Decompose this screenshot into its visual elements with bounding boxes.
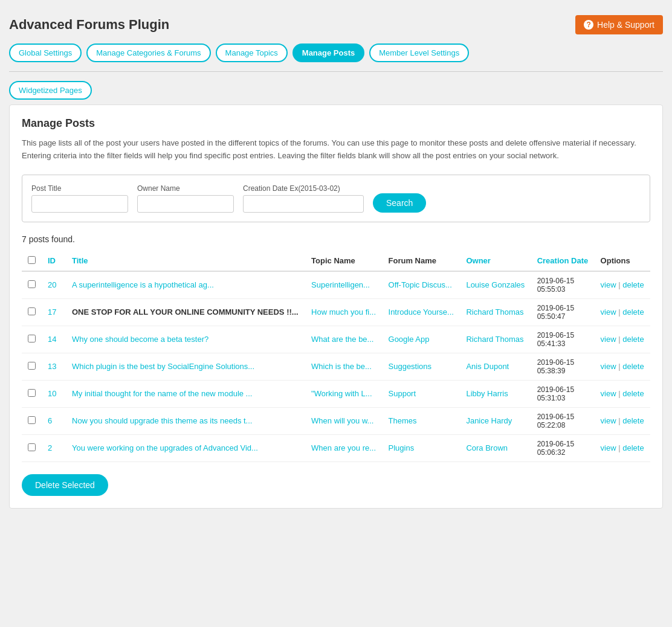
row-checkbox[interactable] bbox=[28, 443, 36, 451]
content-box: Manage Posts This page lists all of the … bbox=[9, 104, 663, 509]
topic-link[interactable]: Superintelligen... bbox=[311, 280, 370, 289]
title-link[interactable]: ONE STOP FOR ALL YOUR ONLINE COMMUNITY N… bbox=[72, 307, 299, 317]
view-link[interactable]: view bbox=[601, 307, 616, 317]
section-description: This page lists all of the post your use… bbox=[22, 137, 650, 162]
owner-link[interactable]: Louise Gonzales bbox=[466, 280, 525, 289]
view-link[interactable]: view bbox=[601, 389, 616, 398]
forum-link[interactable]: Google App bbox=[389, 335, 430, 344]
cell-topic: Which is the be... bbox=[305, 353, 382, 380]
results-count: 7 posts found. bbox=[22, 234, 650, 244]
col-topic: Topic Name bbox=[305, 251, 382, 271]
forum-link[interactable]: Introduce Yourse... bbox=[389, 307, 454, 317]
cell-options: view | delete bbox=[595, 326, 650, 353]
tab-manage-topics[interactable]: Manage Topics bbox=[216, 43, 288, 62]
cell-topic: "Working with L... bbox=[305, 380, 382, 407]
cell-options: view | delete bbox=[595, 298, 650, 326]
owner-link[interactable]: Richard Thomas bbox=[466, 335, 523, 344]
cell-options: view | delete bbox=[595, 380, 650, 407]
row-checkbox[interactable] bbox=[28, 389, 36, 397]
topic-link[interactable]: How much you fi... bbox=[311, 307, 376, 317]
view-link[interactable]: view bbox=[601, 443, 616, 452]
cell-owner: Libby Harris bbox=[460, 380, 531, 407]
options-separator: | bbox=[616, 335, 623, 344]
title-link[interactable]: Now you should upgrade this theme as its… bbox=[72, 416, 252, 425]
view-link[interactable]: view bbox=[601, 335, 616, 344]
table-row: 6Now you should upgrade this theme as it… bbox=[22, 407, 650, 434]
cell-owner: Richard Thomas bbox=[460, 298, 531, 326]
row-checkbox[interactable] bbox=[28, 280, 36, 288]
select-all-checkbox[interactable] bbox=[28, 256, 36, 264]
delete-link[interactable]: delete bbox=[622, 443, 644, 452]
cell-id: 10 bbox=[42, 380, 66, 407]
view-link[interactable]: view bbox=[601, 362, 616, 371]
cell-forum: Google App bbox=[383, 326, 460, 353]
creation-date-input[interactable] bbox=[243, 195, 364, 213]
tab-manage-posts[interactable]: Manage Posts bbox=[292, 43, 364, 62]
cell-options: view | delete bbox=[595, 353, 650, 380]
owner-link[interactable]: Libby Harris bbox=[466, 389, 508, 398]
cell-topic: When will you w... bbox=[305, 407, 382, 434]
row-checkbox[interactable] bbox=[28, 307, 36, 315]
delete-link[interactable]: delete bbox=[622, 335, 644, 344]
delete-link[interactable]: delete bbox=[622, 280, 644, 289]
forum-link[interactable]: Themes bbox=[389, 416, 417, 425]
help-icon: ? bbox=[584, 20, 593, 30]
help-support-button[interactable]: ? Help & Support bbox=[575, 15, 663, 34]
owner-link[interactable]: Anis Dupont bbox=[466, 362, 509, 371]
cell-id: 2 bbox=[42, 434, 66, 461]
row-checkbox[interactable] bbox=[28, 335, 36, 342]
section-heading: Manage Posts bbox=[22, 117, 650, 130]
tab-global-settings[interactable]: Global Settings bbox=[9, 43, 82, 62]
row-checkbox[interactable] bbox=[28, 416, 36, 424]
topic-link[interactable]: "Working with L... bbox=[311, 389, 372, 398]
owner-link[interactable]: Richard Thomas bbox=[466, 307, 523, 317]
cell-owner: Richard Thomas bbox=[460, 326, 531, 353]
owner-link[interactable]: Janice Hardy bbox=[466, 416, 512, 425]
owner-name-field: Owner Name bbox=[137, 184, 234, 213]
row-checkbox[interactable] bbox=[28, 362, 36, 370]
forum-link[interactable]: Suggestions bbox=[389, 362, 432, 371]
cell-title: Which plugin is the best by SocialEngine… bbox=[66, 353, 305, 380]
cell-owner: Anis Dupont bbox=[460, 353, 531, 380]
forum-link[interactable]: Support bbox=[389, 389, 416, 398]
view-link[interactable]: view bbox=[601, 416, 616, 425]
col-id: ID bbox=[42, 251, 66, 271]
topic-link[interactable]: What are the be... bbox=[311, 335, 373, 344]
title-link[interactable]: You were working on the upgrades of Adva… bbox=[72, 443, 258, 452]
forum-link[interactable]: Off-Topic Discus... bbox=[389, 280, 452, 289]
delete-link[interactable]: delete bbox=[622, 307, 644, 317]
cell-options: view | delete bbox=[595, 434, 650, 461]
topic-link[interactable]: When will you w... bbox=[311, 416, 373, 425]
cell-id: 13 bbox=[42, 353, 66, 380]
options-separator: | bbox=[616, 280, 623, 289]
cell-date: 2019-06-15 05:06:32 bbox=[531, 434, 595, 461]
forum-link[interactable]: Plugins bbox=[389, 443, 415, 452]
cell-forum: Suggestions bbox=[383, 353, 460, 380]
col-creation-date: Creation Date bbox=[531, 251, 595, 271]
tab-widgetized-pages[interactable]: Widgetized Pages bbox=[9, 81, 92, 100]
delete-selected-button[interactable]: Delete Selected bbox=[22, 474, 108, 496]
creation-date-label: Creation Date Ex(2015-03-02) bbox=[243, 184, 364, 193]
owner-name-input[interactable] bbox=[137, 195, 234, 213]
delete-link[interactable]: delete bbox=[622, 389, 644, 398]
owner-link[interactable]: Cora Brown bbox=[466, 443, 508, 452]
delete-link[interactable]: delete bbox=[622, 362, 644, 371]
topic-link[interactable]: When are you re... bbox=[311, 443, 376, 452]
title-link[interactable]: A superintelligence is a hypothetical ag… bbox=[72, 280, 214, 289]
post-title-label: Post Title bbox=[31, 184, 128, 193]
cell-options: view | delete bbox=[595, 271, 650, 299]
table-row: 14Why one should become a beta tester?Wh… bbox=[22, 326, 650, 353]
title-link[interactable]: My initial thought for the name of the n… bbox=[72, 389, 252, 398]
view-link[interactable]: view bbox=[601, 280, 616, 289]
search-button[interactable]: Search bbox=[373, 193, 426, 213]
tab-member-level-settings[interactable]: Member Level Settings bbox=[369, 43, 469, 62]
topic-link[interactable]: Which is the be... bbox=[311, 362, 372, 371]
title-link[interactable]: Why one should become a beta tester? bbox=[72, 335, 208, 344]
tab-manage-categories[interactable]: Manage Categories & Forums bbox=[86, 43, 210, 62]
delete-link[interactable]: delete bbox=[622, 416, 644, 425]
col-title: Title bbox=[66, 251, 305, 271]
title-link[interactable]: Which plugin is the best by SocialEngine… bbox=[72, 362, 254, 371]
table-row: 17ONE STOP FOR ALL YOUR ONLINE COMMUNITY… bbox=[22, 298, 650, 326]
post-title-input[interactable] bbox=[31, 195, 128, 213]
nav-tabs: Global Settings Manage Categories & Foru… bbox=[9, 43, 663, 72]
